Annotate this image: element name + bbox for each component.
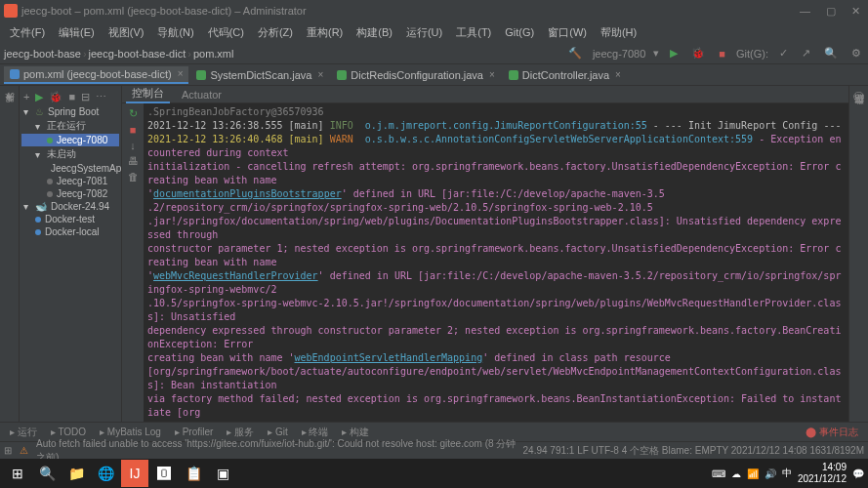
close-button[interactable]: ✕ bbox=[847, 5, 864, 18]
editor-tabs: pom.xml (jeecg-boot-base-dict)×SystemDic… bbox=[0, 64, 868, 86]
start-menu[interactable]: ⊞ bbox=[4, 460, 31, 487]
stop-icon[interactable]: ■ bbox=[716, 48, 728, 60]
tray-keyboard[interactable]: ⌨ bbox=[712, 468, 725, 479]
window-title: jeecg-boot – pom.xml (jeecg-boot-base-di… bbox=[21, 5, 307, 17]
project-icon[interactable]: ▸ bbox=[7, 90, 13, 102]
task-chrome[interactable]: 🅾 bbox=[150, 460, 178, 487]
maximize-button[interactable]: ▢ bbox=[822, 5, 840, 18]
run-config-selector[interactable]: jeecg-7080 bbox=[593, 48, 645, 60]
tree-running[interactable]: ▾正在运行 bbox=[21, 118, 119, 134]
debug-icon[interactable]: 🐞 bbox=[688, 47, 708, 60]
tray-cloud[interactable]: ☁ bbox=[731, 468, 741, 479]
menu-分析[interactable]: 分析(Z) bbox=[252, 23, 299, 42]
run-icon[interactable]: ▶ bbox=[667, 47, 681, 60]
sidebar-tree-icon[interactable]: ⊟ bbox=[81, 91, 90, 103]
stop-console-icon[interactable]: ■ bbox=[130, 124, 137, 136]
clear-icon[interactable]: 🗑 bbox=[128, 171, 139, 183]
toolbar: jeecg-boot-base›jeecg-boot-base-dict›pom… bbox=[0, 43, 868, 64]
tray-lang[interactable]: 中 bbox=[782, 467, 792, 480]
menu-编辑[interactable]: 编辑(E) bbox=[53, 23, 101, 42]
build-icon[interactable]: 🔨 bbox=[565, 47, 585, 60]
menu-帮助[interactable]: 帮助(H) bbox=[595, 23, 642, 42]
status-warn-icon[interactable]: ⚠ bbox=[20, 445, 28, 456]
console-gutter: ↻ ■ ↓ 🖶 🗑 bbox=[122, 103, 144, 422]
sidebar-stop-icon[interactable]: ■ bbox=[68, 91, 75, 102]
tree-jeecg7080[interactable]: Jeecg-7080 bbox=[21, 134, 119, 146]
services-panel: + ▶ 🐞 ■ ⊟ ⋯ ▾♨Spring Boot ▾正在运行 Jeecg-70… bbox=[20, 86, 122, 422]
tray-network[interactable]: 📶 bbox=[747, 468, 759, 479]
print-icon[interactable]: 🖶 bbox=[128, 155, 139, 167]
sidebar-debug-icon[interactable]: 🐞 bbox=[49, 91, 62, 103]
task-explorer[interactable]: 📁 bbox=[62, 460, 90, 487]
log-output[interactable]: .SpringBeanJobFactory@365709362021-12-12… bbox=[144, 103, 848, 422]
menu-运行[interactable]: 运行(U) bbox=[400, 23, 448, 42]
status-bar: ⊞ ⚠ Auto fetch failed unable to access '… bbox=[0, 441, 868, 459]
breadcrumb[interactable]: jeecg-boot-base›jeecg-boot-base-dict›pom… bbox=[4, 48, 233, 60]
task-edge[interactable]: 🌐 bbox=[92, 460, 119, 487]
git-label: Git(G): bbox=[736, 48, 768, 60]
sidebar-plus-icon[interactable]: + bbox=[23, 91, 29, 102]
task-other[interactable]: 📋 bbox=[180, 460, 207, 487]
menu-Git[interactable]: Git(G) bbox=[499, 24, 540, 40]
console-tab[interactable]: 控制台 bbox=[126, 85, 170, 103]
tree-jeecg7082[interactable]: Jeecg-7082 bbox=[21, 187, 119, 200]
editor-tab[interactable]: pom.xml (jeecg-boot-base-dict)× bbox=[4, 66, 188, 84]
menu-导航[interactable]: 导航(N) bbox=[151, 23, 199, 42]
minimize-button[interactable]: — bbox=[796, 5, 814, 18]
menu-窗口[interactable]: 窗口(W) bbox=[542, 23, 593, 42]
status-problems-icon[interactable]: ⊞ bbox=[4, 445, 12, 456]
menu-文件[interactable]: 文件(F) bbox=[4, 23, 51, 42]
menu-构建[interactable]: 构建(B) bbox=[351, 23, 398, 42]
task-terminal[interactable]: ▣ bbox=[209, 460, 236, 487]
git-push-icon[interactable]: ↗ bbox=[799, 47, 813, 60]
menu-视图[interactable]: 视图(V) bbox=[103, 23, 150, 42]
app-icon bbox=[4, 4, 18, 18]
right-tool-rail: ⓜ 数据库 bbox=[848, 86, 868, 422]
windows-taskbar: ⊞ 🔍 📁 🌐 IJ 🅾 📋 ▣ ⌨ ☁ 📶 🔊 中 14:09 2021/12… bbox=[0, 459, 868, 488]
actuator-tab[interactable]: Actuator bbox=[176, 88, 227, 102]
editor-tab[interactable]: DictRedisConfiguration.java× bbox=[331, 67, 501, 83]
search-icon[interactable]: 🔍 bbox=[821, 47, 841, 60]
tray-volume[interactable]: 🔊 bbox=[765, 468, 776, 479]
chevron-down-icon[interactable]: ▾ bbox=[653, 47, 659, 60]
tree-springboot[interactable]: ▾♨Spring Boot bbox=[21, 105, 119, 118]
git-update-icon[interactable]: ✓ bbox=[776, 47, 791, 60]
tree-jeecg7081[interactable]: Jeecg-7081 bbox=[21, 175, 119, 187]
status-right[interactable]: 24.94 791:1 LF UTF-8 4 个空格 Blame: EMPTY … bbox=[523, 444, 864, 458]
task-intellij[interactable]: IJ bbox=[121, 460, 148, 487]
tree-systemapp[interactable]: JeecgSystemAp bbox=[21, 162, 119, 175]
tree-dockerlocal[interactable]: Docker-local bbox=[21, 225, 119, 238]
tree-dockertest[interactable]: Docker-test bbox=[21, 213, 119, 225]
task-search[interactable]: 🔍 bbox=[33, 460, 61, 487]
console-panel: 控制台 Actuator ↻ ■ ↓ 🖶 🗑 .SpringBeanJobFac… bbox=[122, 86, 848, 422]
scroll-end-icon[interactable]: ↓ bbox=[130, 140, 136, 151]
taskbar-clock[interactable]: 14:09 2021/12/12 bbox=[798, 462, 847, 485]
rerun-icon[interactable]: ↻ bbox=[129, 107, 138, 120]
menu-重构[interactable]: 重构(R) bbox=[301, 23, 349, 42]
event-log-button[interactable]: ⬤ 事件日志 bbox=[800, 425, 864, 440]
menu-工具[interactable]: 工具(T) bbox=[450, 23, 497, 42]
left-tool-rail: ▸ 服务 bbox=[0, 86, 20, 422]
settings-icon[interactable]: ⚙ bbox=[848, 47, 864, 60]
sidebar-settings-icon[interactable]: ⋯ bbox=[96, 91, 106, 103]
tree-docker[interactable]: ▾🐋Docker-24.94 bbox=[21, 200, 119, 213]
menu-bar: 文件(F)编辑(E)视图(V)导航(N)代码(C)分析(Z)重构(R)构建(B)… bbox=[0, 21, 868, 43]
maven-rail-icon[interactable]: ⓜ bbox=[853, 90, 864, 104]
window-titlebar: jeecg-boot – pom.xml (jeecg-boot-base-di… bbox=[0, 0, 868, 21]
editor-tab[interactable]: DictController.java× bbox=[503, 67, 627, 83]
tree-notstarted[interactable]: ▾未启动 bbox=[21, 146, 119, 162]
editor-tab[interactable]: SystemDictScan.java× bbox=[190, 67, 329, 83]
menu-代码[interactable]: 代码(C) bbox=[202, 23, 250, 42]
sidebar-filter-icon[interactable]: ▶ bbox=[35, 91, 43, 103]
tray-notifications[interactable]: 💬 bbox=[852, 468, 864, 479]
